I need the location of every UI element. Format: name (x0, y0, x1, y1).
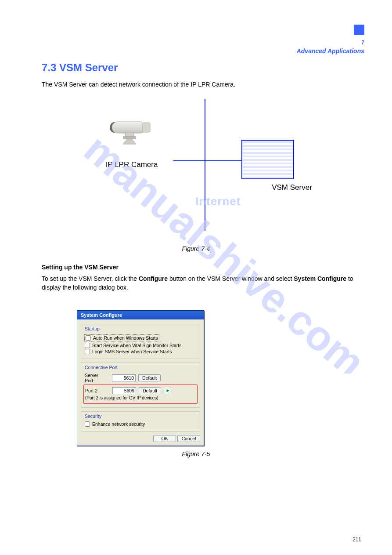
camera-label: IP LPR Camera (90, 160, 173, 169)
play-icon[interactable] (164, 387, 171, 394)
start-service-checkbox[interactable] (85, 343, 90, 348)
setup-body: To set up the VSM Server, click the Conf… (42, 274, 361, 292)
chapter-label: Advanced Applications (297, 47, 364, 54)
vsm-server-thumbnail (241, 140, 294, 179)
startup-legend: Startup (85, 326, 196, 331)
login-sms-checkbox[interactable] (85, 349, 90, 354)
setup-mid: button on the VSM Server window and sele… (169, 275, 294, 282)
auto-run-checkbox[interactable] (86, 335, 91, 341)
chapter-num: 7 (361, 40, 364, 46)
connective-port-legend: Connective Port (85, 365, 196, 370)
svg-rect-4 (123, 136, 136, 139)
start-service-row: Start Service when Vital Sign Monitor St… (85, 343, 196, 348)
svg-rect-3 (125, 132, 134, 136)
security-legend: Security (85, 414, 196, 419)
connective-port-group: Connective Port Server Port: Default Por… (81, 363, 200, 408)
sysconfig-bold: System Configure (294, 275, 346, 282)
port2-highlight: Port 2: Default (Port 2 is assigned for … (83, 385, 198, 404)
svg-marker-6 (166, 389, 169, 392)
enhance-security-label: Enhance network security (92, 421, 145, 427)
svg-rect-1 (112, 122, 146, 133)
cancel-button[interactable]: Cancel (177, 435, 200, 442)
startup-group: Startup Auto Run when Windows Starts Sta… (81, 324, 200, 359)
connection-diagram: Internet IP LPR Camera VSM Server (42, 99, 353, 244)
section-title: 7.3 VSM Server (42, 62, 118, 74)
enhance-security-checkbox[interactable] (85, 421, 90, 427)
svg-rect-2 (143, 123, 150, 132)
security-group: Security Enhance network security (81, 411, 200, 432)
dialog-title: System Configure (77, 311, 204, 319)
auto-run-label: Auto Run when Windows Starts (93, 335, 158, 341)
figure-caption-1: Figure 7-4 (0, 245, 392, 252)
auto-run-row: Auto Run when Windows Starts (85, 335, 159, 341)
vsm-label: VSM Server (244, 183, 340, 192)
chapter-marker (354, 25, 364, 35)
configure-bold: Configure (139, 275, 168, 282)
port2-default-button[interactable]: Default (139, 387, 161, 394)
setup-prefix: To set up the VSM Server, click the (42, 275, 139, 282)
internet-label: Internet (195, 195, 241, 208)
camera-illustration (103, 116, 156, 147)
enhance-security-row: Enhance network security (85, 421, 196, 427)
page-number: 211 (352, 537, 361, 543)
start-service-label: Start Service when Vital Sign Monitor St… (92, 343, 181, 348)
login-sms-label: Login SMS Server when Service Starts (92, 349, 172, 354)
ok-button[interactable]: OK (153, 435, 176, 442)
port2-label: Port 2: (85, 388, 110, 393)
figure-caption-2: Figure 7-5 (0, 450, 392, 457)
port2-hint: (Port 2 is assigned for GV IP devices) (85, 395, 196, 400)
chapter-heading: 7 (361, 40, 364, 46)
server-port-label: Server Port: (85, 373, 109, 383)
setup-heading: Setting up the VSM Server (42, 264, 119, 271)
system-configure-dialog: System Configure Startup Auto Run when W… (77, 310, 204, 446)
server-port-input[interactable] (112, 374, 136, 381)
diagram-vertical-axis (205, 99, 205, 231)
intro-text: The VSM Server can detect network connec… (42, 80, 361, 89)
server-port-default-button[interactable]: Default (138, 374, 161, 381)
port2-input[interactable] (112, 387, 136, 394)
login-sms-row: Login SMS Server when Service Starts (85, 349, 196, 354)
